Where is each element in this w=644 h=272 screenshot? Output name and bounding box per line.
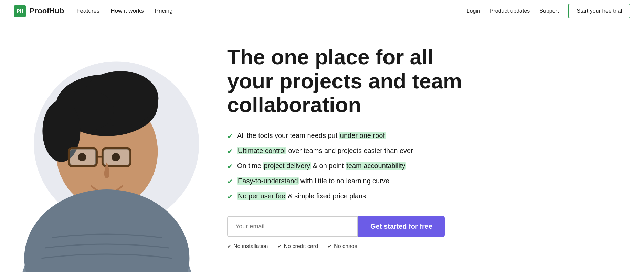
bullet-1: ✔ All the tools your team needs put unde…	[227, 131, 475, 141]
support-link[interactable]: Support	[539, 8, 559, 14]
checkmark-icon-3: ✔	[227, 162, 233, 171]
get-started-button[interactable]: Get started for free	[358, 216, 445, 237]
trust-no-credit-card: ✔ No credit card	[278, 243, 318, 249]
trust-label-2: No credit card	[284, 243, 318, 249]
trust-row: ✔ No installation ✔ No credit card ✔ No …	[227, 243, 475, 249]
highlight-ultimate-control: Ultimate control	[237, 147, 286, 154]
nav-how-it-works[interactable]: How it works	[110, 8, 144, 14]
product-updates-link[interactable]: Product updates	[490, 8, 530, 14]
logo-link[interactable]: PH ProofHub	[14, 5, 64, 17]
hero-title: The one place for all your projects and …	[227, 45, 475, 117]
email-cta-row: Get started for free	[227, 216, 475, 237]
nav-features[interactable]: Features	[76, 8, 99, 14]
bullet-3: ✔ On time project delivery & on point te…	[227, 161, 475, 171]
header-left: PH ProofHub Features How it works Pricin…	[14, 5, 173, 17]
hero-image-area	[0, 22, 207, 272]
highlight-no-per-user-fee: No per user fee	[237, 192, 286, 200]
logo-name: ProofHub	[30, 7, 64, 15]
email-input[interactable]	[227, 216, 358, 237]
logo-letters: PH	[17, 8, 23, 14]
main-nav: Features How it works Pricing	[76, 8, 172, 14]
checkmark-icon-1: ✔	[227, 131, 233, 141]
hero-section: The one place for all your projects and …	[0, 22, 644, 272]
trust-check-icon-1: ✔	[227, 243, 231, 249]
nav-pricing[interactable]: Pricing	[155, 8, 173, 14]
logo-icon: PH	[14, 5, 26, 17]
bullet-5: ✔ No per user fee & simple fixed price p…	[227, 191, 475, 202]
bullet-2: ✔ Ultimate control over teams and projec…	[227, 146, 475, 156]
highlight-easy-to-understand: Easy-to-understand	[237, 177, 299, 185]
hero-person-image	[17, 38, 196, 272]
svg-point-13	[112, 153, 120, 161]
trust-label-3: No chaos	[334, 243, 357, 249]
trust-no-installation: ✔ No installation	[227, 243, 268, 249]
highlight-team-accountability: team accountability	[346, 162, 406, 170]
trust-check-icon-2: ✔	[278, 243, 282, 249]
hero-content: The one place for all your projects and …	[207, 24, 503, 270]
checkmark-icon-5: ✔	[227, 192, 233, 202]
highlight-under-one-roof: under one roof	[339, 132, 386, 139]
trust-label-1: No installation	[233, 243, 268, 249]
login-link[interactable]: Login	[467, 8, 480, 14]
hero-bullets: ✔ All the tools your team needs put unde…	[227, 131, 475, 202]
trust-no-chaos: ✔ No chaos	[328, 243, 357, 249]
trust-check-icon-3: ✔	[328, 243, 332, 249]
bullet-4: ✔ Easy-to-understand with little to no l…	[227, 176, 475, 186]
highlight-project-delivery: project delivery	[263, 162, 311, 170]
header-right: Login Product updates Support Start your…	[467, 4, 630, 18]
svg-point-14	[24, 189, 189, 272]
start-trial-button[interactable]: Start your free trial	[568, 4, 630, 18]
svg-point-12	[78, 153, 86, 161]
header: PH ProofHub Features How it works Pricin…	[0, 0, 644, 22]
checkmark-icon-2: ✔	[227, 146, 233, 156]
checkmark-icon-4: ✔	[227, 177, 233, 186]
